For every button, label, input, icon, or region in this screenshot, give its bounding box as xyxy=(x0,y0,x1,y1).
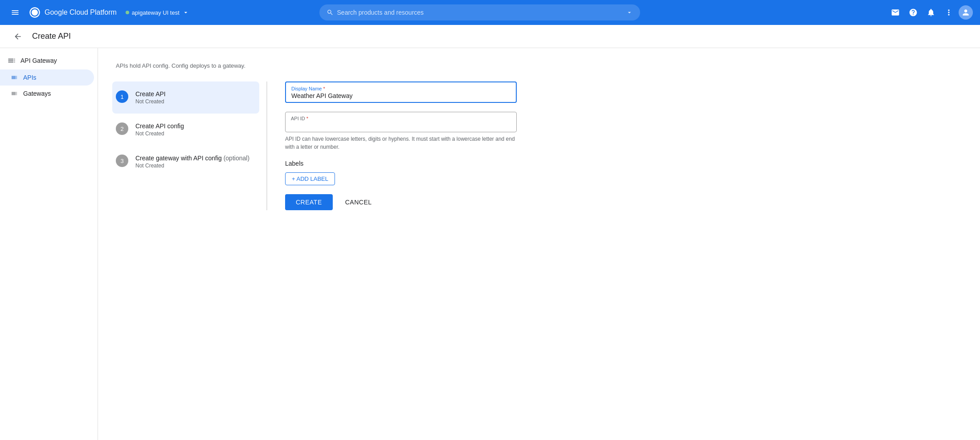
gcp-logo-icon xyxy=(29,6,41,19)
help-icon-btn[interactable] xyxy=(905,4,921,20)
create-button-label: CREATE xyxy=(296,199,322,206)
apis-icon xyxy=(11,74,18,81)
project-status-dot xyxy=(126,11,129,14)
search-expand-icon xyxy=(626,9,633,16)
labels-section: Labels + ADD LABEL xyxy=(285,160,517,185)
back-button[interactable] xyxy=(11,29,25,44)
api-id-input[interactable] xyxy=(291,122,511,129)
app-logo: Google Cloud Platform xyxy=(29,6,117,19)
step-1-status: Not Created xyxy=(135,98,166,105)
step-3: 3 Create gateway with API config (option… xyxy=(116,146,256,178)
step-1-info: Create API Not Created xyxy=(135,90,166,105)
api-id-field: API ID * API ID can have lowercase lette… xyxy=(285,112,517,151)
api-id-hint: API ID can have lowercase letters, digit… xyxy=(285,135,517,151)
display-name-label: Display Name * xyxy=(291,86,510,91)
notifications-icon-btn[interactable] xyxy=(923,4,939,20)
form-actions: CREATE CANCEL xyxy=(285,194,517,210)
hamburger-menu[interactable] xyxy=(7,4,23,20)
sidebar-item-apis-label: APIs xyxy=(23,74,37,81)
step-3-status: Not Created xyxy=(135,163,249,169)
step-3-title: Create gateway with API config (optional… xyxy=(135,155,249,162)
steps-panel: 1 Create API Not Created 2 Create API co… xyxy=(116,81,267,210)
gateways-icon xyxy=(11,90,18,97)
search-input[interactable] xyxy=(337,9,622,16)
form-panel: Display Name * API ID * xyxy=(267,81,517,210)
step-2-title: Create API config xyxy=(135,122,184,130)
sidebar-item-gateways[interactable]: Gateways xyxy=(0,86,94,102)
api-id-label: API ID * xyxy=(291,116,511,121)
project-selector[interactable]: apigateway UI test xyxy=(122,7,193,18)
main-content: APIs hold API config. Config deploys to … xyxy=(98,48,980,440)
step-2-info: Create API config Not Created xyxy=(135,122,184,137)
user-avatar[interactable] xyxy=(959,5,973,20)
page-title: Create API xyxy=(32,32,71,41)
labels-title: Labels xyxy=(285,160,517,167)
step-3-info: Create gateway with API config (optional… xyxy=(135,155,249,169)
step-1-title: Create API xyxy=(135,90,166,98)
cancel-button-label: CANCEL xyxy=(345,199,372,206)
display-name-wrapper[interactable]: Display Name * xyxy=(285,81,517,103)
project-name: apigateway UI test xyxy=(132,9,180,16)
display-name-input[interactable] xyxy=(291,92,510,99)
project-dropdown-icon xyxy=(182,9,189,16)
nav-right-actions xyxy=(887,4,973,20)
search-bar[interactable] xyxy=(319,4,640,20)
api-gateway-icon xyxy=(7,56,16,65)
cancel-button[interactable]: CANCEL xyxy=(338,194,379,210)
more-options-icon-btn[interactable] xyxy=(941,4,957,20)
sidebar-item-gateways-label: Gateways xyxy=(23,90,51,97)
top-navigation: Google Cloud Platform apigateway UI test xyxy=(0,0,980,25)
display-name-required: * xyxy=(323,86,325,91)
app-name: Google Cloud Platform xyxy=(45,8,117,16)
create-layout: 1 Create API Not Created 2 Create API co… xyxy=(116,81,517,210)
display-name-field: Display Name * xyxy=(285,81,517,103)
step-2-number: 2 xyxy=(116,122,128,135)
sidebar-service-header: API Gateway xyxy=(0,52,98,69)
add-label-button[interactable]: + ADD LABEL xyxy=(285,172,335,185)
email-icon-btn[interactable] xyxy=(887,4,903,20)
sidebar-item-apis[interactable]: APIs xyxy=(0,69,94,86)
add-label-button-text: + ADD LABEL xyxy=(292,175,328,182)
api-id-required: * xyxy=(306,116,308,121)
step-3-optional: (optional) xyxy=(224,155,249,162)
step-1: 1 Create API Not Created xyxy=(112,81,259,114)
page-description: APIs hold API config. Config deploys to … xyxy=(116,62,962,69)
api-id-wrapper[interactable]: API ID * xyxy=(285,112,517,132)
sidebar: API Gateway APIs Gateways xyxy=(0,48,98,440)
step-2: 2 Create API config Not Created xyxy=(116,114,256,146)
create-button[interactable]: CREATE xyxy=(285,194,333,210)
step-3-number: 3 xyxy=(116,155,128,167)
step-1-number: 1 xyxy=(116,90,128,103)
sub-header: Create API xyxy=(0,25,980,48)
search-icon xyxy=(327,9,334,16)
page-layout: API Gateway APIs Gateways APIs hold API … xyxy=(0,48,980,440)
sidebar-service-name: API Gateway xyxy=(20,57,57,64)
step-2-status: Not Created xyxy=(135,130,184,137)
